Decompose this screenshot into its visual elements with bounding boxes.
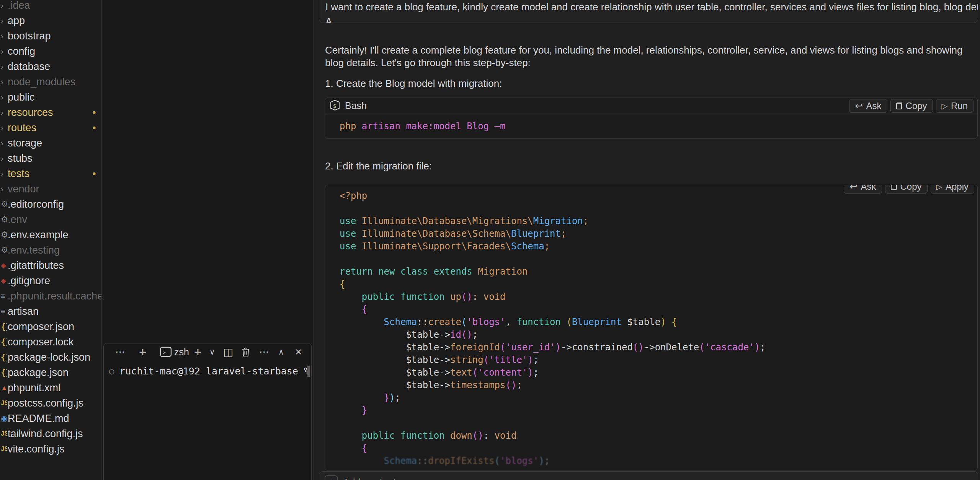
explorer-item-tailwind.config.js[interactable]: JStailwind.config.js <box>0 426 101 441</box>
explorer-item-stubs[interactable]: ›stubs <box>0 151 101 166</box>
close-icon[interactable]: × <box>295 345 302 359</box>
ai-chat-panel: I want to create a blog feature, kindly … <box>313 0 980 480</box>
chevron-up-icon[interactable]: ∧ <box>278 345 284 359</box>
file-icon: ≡ <box>1 304 7 319</box>
bash-code[interactable]: php artisan make:model Blog —m <box>340 120 977 133</box>
explorer-item-resources[interactable]: ›resources● <box>0 105 101 120</box>
bash-code-block: $ Bash ↩Ask Copy ▷Run php artisan make:m… <box>325 98 978 139</box>
more-icon[interactable]: ⋯ <box>259 345 269 359</box>
explorer-item-tests[interactable]: ›tests● <box>0 166 101 181</box>
chevron-right-icon: › <box>1 89 7 105</box>
explorer-item-vite.config.js[interactable]: JSvite.config.js <box>0 441 101 457</box>
terminal-tab-label[interactable]: zsh <box>174 345 189 359</box>
explorer-item-public[interactable]: ›public <box>0 89 101 105</box>
explorer-item-.env.example[interactable]: ⚙.env.example <box>0 227 101 242</box>
explorer-item-label: .phpunit.result.cache <box>8 290 102 302</box>
explorer-item-config[interactable]: ›config <box>0 44 101 59</box>
explorer-item-package.json[interactable]: {}package.json <box>0 365 101 380</box>
json-icon: {} <box>1 334 7 350</box>
explorer-item-.gitattributes[interactable]: ◆.gitattributes <box>0 258 101 273</box>
explorer-item-label: package.json <box>8 367 69 379</box>
explorer-item-artisan[interactable]: ≡artisan <box>0 304 101 319</box>
git-icon: ◆ <box>1 258 7 273</box>
explorer-item-.env.testing[interactable]: ⚙.env.testing <box>0 242 101 258</box>
chevron-right-icon: › <box>1 151 7 166</box>
explorer-item-.phpunit.result.cache[interactable]: ≡.phpunit.result.cache <box>0 288 101 304</box>
copy-button[interactable]: Copy <box>890 99 933 113</box>
add-context-button[interactable]: + <box>325 475 338 480</box>
explorer-item-package-lock.json[interactable]: {}package-lock.json <box>0 350 101 365</box>
chevron-right-icon: › <box>1 44 7 59</box>
assistant-intro: Certainly! I'll create a complete blog f… <box>325 44 976 69</box>
terminal-prompt: ruchit-mac@192 laravel-starbase % <box>119 366 310 377</box>
more-icon[interactable]: ⋯ <box>115 345 125 359</box>
php-code[interactable]: <?php use Illuminate\Database\Migrations… <box>340 190 977 467</box>
bash-code-block-header: $ Bash ↩Ask Copy ▷Run <box>325 98 977 114</box>
explorer-item-label: README.md <box>8 413 69 425</box>
explorer-item-vendor[interactable]: ›vendor <box>0 181 101 197</box>
terminal-scrollbar[interactable] <box>307 366 310 377</box>
play-icon: ▷ <box>942 102 947 110</box>
explorer-item-phpunit.xml[interactable]: ▲phpunit.xml <box>0 380 101 395</box>
new-terminal-icon[interactable]: + <box>139 345 147 359</box>
split-pane-icon[interactable]: ◫ <box>223 345 233 359</box>
explorer-item-.gitignore[interactable]: ◆.gitignore <box>0 273 101 288</box>
explorer-item-label: .idea <box>8 0 30 11</box>
ask-button[interactable]: ↩Ask <box>844 185 882 194</box>
explorer-item-label: .env.testing <box>8 244 60 256</box>
explorer-item-label: .editorconfig <box>8 199 64 210</box>
chat-input-bar[interactable]: + Add content <box>319 471 978 480</box>
explorer-item-.env[interactable]: ⚙.env <box>0 212 101 227</box>
explorer-item-routes[interactable]: ›routes● <box>0 120 101 135</box>
user-message[interactable]: I want to create a blog feature, kindly … <box>319 0 978 23</box>
explorer-item-app[interactable]: ›app <box>0 13 101 28</box>
chevron-right-icon: › <box>1 166 7 181</box>
explorer-item-storage[interactable]: ›storage <box>0 135 101 151</box>
json-icon: {} <box>1 350 7 365</box>
trash-icon[interactable] <box>241 345 251 359</box>
apply-button[interactable]: ▷Apply <box>931 185 974 194</box>
gear-icon: ⚙ <box>1 242 7 258</box>
explorer-item-label: database <box>8 61 50 73</box>
svg-text:>_: >_ <box>163 350 169 355</box>
terminal-prompt-line[interactable]: ○ ruchit-mac@192 laravel-starbase % <box>109 366 310 377</box>
modified-dot-badge: ● <box>92 124 96 132</box>
explorer-item-composer.json[interactable]: {}composer.json <box>0 319 101 334</box>
chevron-right-icon: › <box>1 135 7 151</box>
chevron-right-icon: › <box>1 74 7 89</box>
explorer-item-label: package-lock.json <box>8 351 90 363</box>
explorer-item-database[interactable]: ›database <box>0 59 101 74</box>
explorer-item-.idea[interactable]: ›.idea <box>0 0 101 13</box>
php-code-block: ↩Ask Copy ▷Apply <?php use Illuminate\Da… <box>325 185 978 470</box>
explorer-item-label: composer.lock <box>8 336 74 348</box>
shell-status-icon: ○ <box>109 366 114 376</box>
ask-button[interactable]: ↩Ask <box>849 99 887 113</box>
chevron-right-icon: › <box>1 0 7 13</box>
copy-button[interactable]: Copy <box>885 185 928 194</box>
explorer-item-bootstrap[interactable]: ›bootstrap <box>0 28 101 44</box>
chevron-right-icon: › <box>1 181 7 197</box>
code-language-label: Bash <box>345 100 367 111</box>
plus-icon: + <box>328 477 334 480</box>
explorer-item-label: artisan <box>8 306 39 317</box>
run-button[interactable]: ▷Run <box>936 99 973 113</box>
explorer-item-postcss.config.js[interactable]: JSpostcss.config.js <box>0 395 101 411</box>
explorer-item-README.md[interactable]: ◉README.md <box>0 411 101 426</box>
explorer-item-label: resources <box>8 107 53 119</box>
explorer-item-label: postcss.config.js <box>8 397 83 409</box>
assistant-step-2: 2. Edit the migration file: <box>325 160 432 172</box>
explorer-item-label: phpunit.xml <box>8 382 60 394</box>
file-explorer: ›.idea›app›bootstrap›config›database›nod… <box>0 0 102 480</box>
explorer-item-composer.lock[interactable]: {}composer.lock <box>0 334 101 350</box>
chevron-down-icon[interactable]: ∨ <box>209 345 215 359</box>
explorer-item-node_modules[interactable]: ›node_modules <box>0 74 101 89</box>
ask-arrow-icon: ↩ <box>855 101 862 111</box>
explorer-item-label: .env <box>8 214 27 226</box>
add-terminal-icon[interactable]: + <box>194 345 202 359</box>
explorer-item-label: node_modules <box>8 76 75 88</box>
add-content-label: Add content <box>343 477 396 480</box>
terminal-zsh-icon[interactable]: >_ <box>160 345 172 359</box>
explorer-item-label: stubs <box>8 153 33 164</box>
gear-icon: ⚙ <box>1 197 7 212</box>
explorer-item-.editorconfig[interactable]: ⚙.editorconfig <box>0 197 101 212</box>
